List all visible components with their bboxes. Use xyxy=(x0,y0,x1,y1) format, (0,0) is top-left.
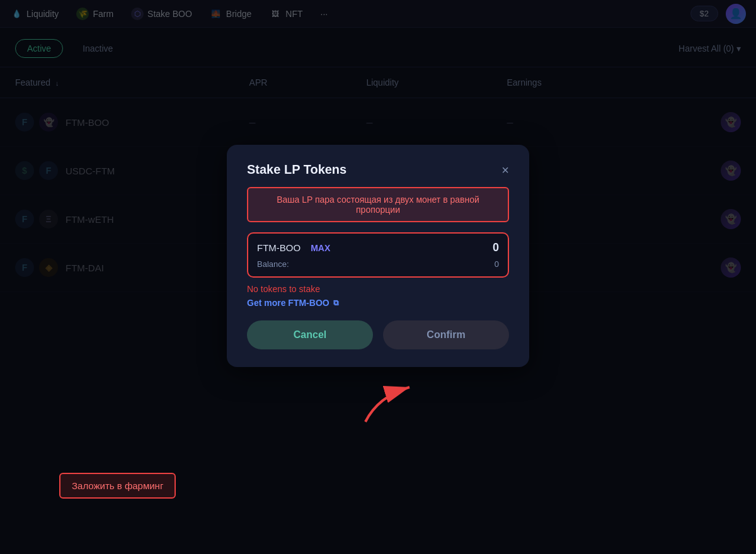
modal-header: Stake LP Tokens × xyxy=(247,162,509,177)
token-input-area[interactable]: FTM-BOO MAX 0 Balance: 0 xyxy=(247,232,509,278)
arrow-annotation xyxy=(353,378,428,431)
modal-buttons: Cancel Confirm xyxy=(247,320,509,349)
modal-close-button[interactable]: × xyxy=(501,164,509,176)
balance-label: Balance: xyxy=(257,259,289,269)
balance-row: Balance: 0 xyxy=(257,259,499,269)
modal-title: Stake LP Tokens xyxy=(247,162,346,177)
bottom-annotation: Заложить в фарминг xyxy=(59,473,176,499)
cancel-button[interactable]: Cancel xyxy=(247,320,373,349)
balance-value: 0 xyxy=(495,259,499,269)
arrow-svg xyxy=(353,378,428,428)
pair-label-group: FTM-BOO MAX xyxy=(257,242,330,253)
pair-label: FTM-BOO xyxy=(257,242,301,253)
no-tokens-message: No tokens to stake xyxy=(247,284,509,294)
confirm-button[interactable]: Confirm xyxy=(383,320,509,349)
annotation-tooltip: Ваша LP пара состоящая из двух монет в р… xyxy=(247,187,509,222)
external-link-icon: ⧉ xyxy=(333,298,339,307)
max-button[interactable]: MAX xyxy=(311,243,330,253)
get-more-link[interactable]: Get more FTM-BOO ⧉ xyxy=(247,298,509,308)
stake-lp-modal: Stake LP Tokens × Ваша LP пара состоящая… xyxy=(227,145,529,367)
input-row: FTM-BOO MAX 0 xyxy=(257,241,499,254)
amount-value: 0 xyxy=(493,241,499,254)
